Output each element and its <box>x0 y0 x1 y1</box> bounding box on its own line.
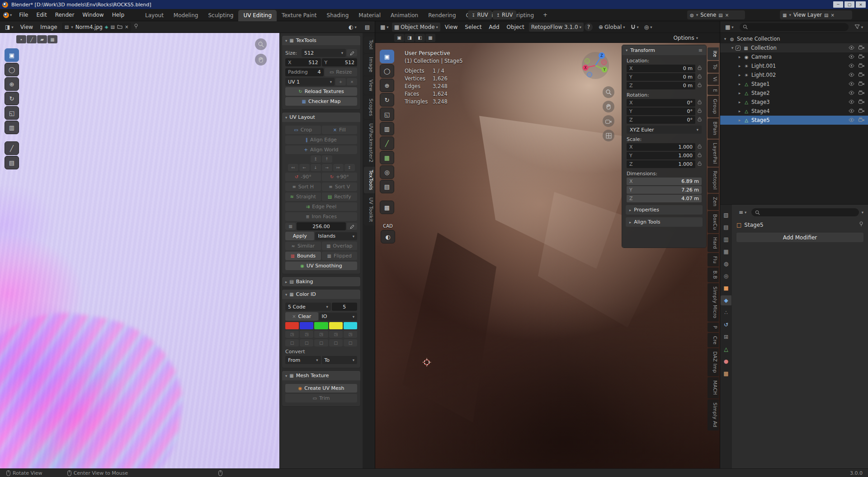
expand-icon[interactable]: ▾ <box>729 46 736 50</box>
workspace-tab[interactable]: Layout <box>140 10 169 21</box>
eyedropper-icon[interactable] <box>347 223 357 230</box>
color-swatch[interactable] <box>329 322 343 329</box>
lock-icon[interactable] <box>698 100 702 106</box>
uv-select-mode-button[interactable]: ▦ <box>47 35 57 43</box>
properties-panel-header[interactable]: ▸ Properties <box>626 205 703 215</box>
sidebar-tab[interactable]: Scopes <box>364 95 375 119</box>
viewport-tool-button[interactable]: ↻ <box>380 93 394 107</box>
lock-icon[interactable] <box>698 117 702 123</box>
properties-tab[interactable]: ◎ <box>721 271 731 281</box>
sidebar-tab[interactable]: P <box>708 323 719 332</box>
edge-peel-button[interactable]: ⇉Edge Peel <box>285 202 357 211</box>
zoom-icon[interactable] <box>603 86 614 98</box>
uv-tool-button[interactable]: ◱ <box>5 106 19 120</box>
sort-h-button[interactable]: ≡Sort H <box>285 182 321 191</box>
sidebar-tab[interactable]: Simply Ad <box>708 399 719 430</box>
sidebar-tab[interactable]: Group <box>708 96 719 117</box>
menu-item[interactable]: Help <box>108 9 128 21</box>
camera-visibility-icon[interactable] <box>859 99 864 105</box>
menu-item[interactable]: View <box>441 22 461 33</box>
outliner-item-row[interactable]: ▸ ☀ Light.001 <box>720 61 868 70</box>
uv-tool-button[interactable]: ▣ <box>5 48 19 62</box>
sidebar-tab[interactable]: Zen <box>708 194 719 210</box>
crop-button[interactable]: ▭Crop <box>285 126 321 134</box>
assign-color-button[interactable]: ◳ <box>344 331 357 338</box>
sidebar-tab[interactable]: Cre <box>708 333 719 348</box>
scale-field[interactable]: X 1.000 <box>627 143 695 151</box>
close-icon[interactable]: × <box>725 13 729 18</box>
assign-color-button[interactable]: ◳ <box>285 331 299 338</box>
color-swatch[interactable] <box>285 322 299 329</box>
sidebar-tab[interactable]: BoxCu <box>708 211 719 233</box>
rotation-field[interactable]: Z 0° <box>627 116 695 124</box>
camera-visibility-icon[interactable] <box>859 45 864 51</box>
blender-menu-button[interactable]: ▾ <box>0 12 15 18</box>
camera-visibility-icon[interactable] <box>859 90 864 96</box>
lock-icon[interactable] <box>698 74 702 80</box>
viewport-tool-button[interactable]: ◱ <box>380 108 394 121</box>
align-tools-panel-header[interactable]: ▸ Align Tools <box>626 217 703 227</box>
camera-visibility-icon[interactable] <box>859 54 864 60</box>
image-settings-button[interactable]: ▤ <box>363 23 372 32</box>
scene-collection-row[interactable]: ▾ ◍ Scene Collection <box>720 34 868 43</box>
close-button[interactable]: × <box>856 1 866 8</box>
color-swatch[interactable] <box>314 322 328 329</box>
hide-eye-icon[interactable] <box>849 81 854 87</box>
sidebar-tab[interactable]: B.B <box>708 267 719 282</box>
snap-magnet-button[interactable]: ▾ <box>628 23 641 32</box>
maximize-button[interactable]: ▢ <box>844 1 854 8</box>
uv-smoothing-button[interactable]: ◉UV Smoothing <box>285 262 357 270</box>
mesh-texture-header[interactable]: ▾ ▦ Mesh Texture <box>282 371 360 380</box>
uv-layout-header[interactable]: ▾ UV Layout <box>282 112 360 122</box>
menu-item[interactable]: Render <box>51 9 79 21</box>
collection-row[interactable]: ▾ ✓ ▦ Collection <box>720 43 868 52</box>
sidebar-tab[interactable]: View <box>364 76 375 94</box>
sidebar-tab[interactable]: Tool <box>364 37 375 53</box>
viewport-tool-button[interactable]: ▤ <box>380 180 394 193</box>
select-color-button[interactable]: □ <box>314 339 328 346</box>
hide-eye-icon[interactable] <box>849 63 854 69</box>
hide-eye-icon[interactable] <box>849 117 854 123</box>
sidebar-tab[interactable]: DAZ Imp <box>708 348 719 376</box>
color-swatch[interactable] <box>344 322 357 329</box>
expand-icon[interactable]: ▸ <box>736 82 743 86</box>
uv-tool-button[interactable]: ⊕ <box>5 77 19 91</box>
create-uv-mesh-button[interactable]: ◉Create UV Mesh <box>285 384 357 393</box>
expand-icon[interactable]: ▸ <box>736 55 743 59</box>
minimize-button[interactable]: ─ <box>833 1 843 8</box>
pin-icon[interactable] <box>859 221 863 228</box>
clear-colors-button[interactable]: ×Clear <box>285 312 318 321</box>
display-channels-button[interactable]: ◐ ▾ <box>346 23 359 32</box>
select-similar-button[interactable]: ≈Similar <box>285 242 321 250</box>
add-modifier-button[interactable]: Add Modifier <box>736 233 863 242</box>
properties-tab[interactable]: ⊞ <box>721 332 731 342</box>
viewport-tool-button[interactable]: ▩ <box>380 201 394 214</box>
rotation-field[interactable]: Y 0° <box>627 108 695 115</box>
viewport-tool-button[interactable]: ▥ <box>380 122 394 136</box>
size-y-field[interactable]: Y 512 <box>322 58 358 66</box>
dimension-field[interactable]: Y 7.26 m <box>627 186 702 194</box>
camera-view-icon[interactable] <box>603 115 614 127</box>
select-color-button[interactable]: □ <box>300 339 313 346</box>
select-mode-button[interactable]: ▦ <box>425 34 435 42</box>
io-dropdown[interactable]: IO▾ <box>319 313 358 321</box>
properties-tab[interactable]: ◆ <box>721 295 731 305</box>
workspace-tab[interactable]: Sculpting <box>203 10 238 21</box>
resize-button[interactable]: ▭ Resize <box>325 68 358 76</box>
workspace-tab[interactable]: Animation <box>386 10 423 21</box>
rotate-cw-button[interactable]: ↻+90° <box>322 173 358 181</box>
expand-icon[interactable]: ▸ <box>736 109 743 113</box>
uv-tool-button[interactable]: ╱ <box>5 141 19 155</box>
workspace-tab[interactable]: Modeling <box>169 10 203 21</box>
sidebar-tab[interactable]: Image <box>364 54 375 75</box>
align-edge-button[interactable]: ∥Align Edge <box>285 136 357 144</box>
transform-orientation-dropdown[interactable]: ⊕ Global ▾ <box>596 23 627 32</box>
sidebar-tab[interactable]: To <box>708 61 719 73</box>
pin-icon[interactable] <box>134 23 138 30</box>
hide-eye-icon[interactable] <box>849 108 854 114</box>
outliner-item-row[interactable]: ▸ △ Stage2 <box>720 89 868 98</box>
view-layer-selector[interactable]: ▦ ▾ View Layer ▤ × <box>780 10 852 19</box>
trim-button[interactable]: ▭Trim <box>285 394 357 402</box>
unlink-image-icon[interactable]: × <box>125 24 128 29</box>
outliner-item-row[interactable]: ▸ ◉ Camera <box>720 52 868 61</box>
